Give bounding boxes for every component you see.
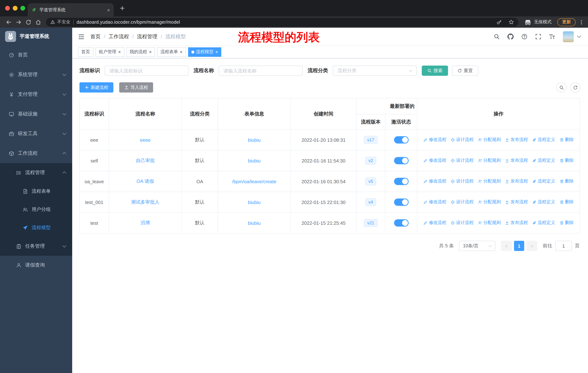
browser-menu-button[interactable] <box>578 19 584 25</box>
collapse-sidebar-button[interactable] <box>78 33 84 40</box>
active-toggle[interactable] <box>394 178 409 185</box>
create-process-button[interactable]: 新建流程 <box>79 82 113 92</box>
design-process-link[interactable]: 设计流程 <box>451 158 473 164</box>
process-definition-link[interactable]: 流程定义 <box>532 220 555 226</box>
next-page-button[interactable]: › <box>526 241 537 251</box>
view-tag[interactable]: 租户管理 × <box>95 47 124 57</box>
edit-process-link[interactable]: 修改流程 <box>423 199 446 205</box>
fullscreen-icon[interactable] <box>535 33 541 40</box>
forward-button[interactable] <box>13 17 23 27</box>
sidebar-item[interactable]: 系统管理 <box>0 65 72 84</box>
sidebar-item-process-management[interactable]: 流程管理 <box>0 163 72 182</box>
publish-process-link[interactable]: 发布流程 <box>505 199 528 205</box>
view-tag[interactable]: 流程表单 × <box>157 47 186 57</box>
bookmark-star-icon[interactable] <box>509 19 514 25</box>
breadcrumb-item[interactable]: 流程模型 <box>158 33 186 40</box>
process-name-link[interactable]: 滔博 <box>141 220 150 225</box>
publish-process-link[interactable]: 发布流程 <box>505 178 528 184</box>
sidebar-item[interactable]: 用户分组 <box>0 200 72 219</box>
active-toggle[interactable] <box>394 157 409 164</box>
back-button[interactable] <box>4 17 13 27</box>
zoom-window-button[interactable] <box>21 6 25 10</box>
github-icon[interactable] <box>507 33 514 40</box>
process-name-input[interactable] <box>219 66 303 76</box>
security-chip[interactable]: 不安全 <box>50 19 70 25</box>
reload-button[interactable] <box>23 17 33 27</box>
sidebar-item[interactable]: 首页 <box>0 45 72 65</box>
close-window-button[interactable] <box>5 6 10 10</box>
view-tag[interactable]: 流程模型 × <box>188 47 221 57</box>
edit-process-link[interactable]: 修改流程 <box>423 158 446 164</box>
tag-close-icon[interactable]: × <box>118 50 121 54</box>
edit-process-link[interactable]: 修改流程 <box>423 178 446 184</box>
header-search-icon[interactable] <box>494 33 500 40</box>
process-name-link[interactable]: 测试多审批人 <box>131 199 159 205</box>
sidebar-item[interactable]: 流程模型 <box>0 219 72 237</box>
page-number-1[interactable]: 1 <box>514 241 524 251</box>
form-info-link[interactable]: /bpm/oa/leave/create <box>232 179 276 184</box>
view-tag[interactable]: 首页 <box>78 47 93 57</box>
delete-link[interactable]: 删除 <box>559 178 574 184</box>
sidebar-item[interactable]: 研发工具 <box>0 124 72 143</box>
assign-rule-link[interactable]: 分配规则 <box>478 178 501 184</box>
refresh-table-button[interactable] <box>570 82 580 92</box>
publish-process-link[interactable]: 发布流程 <box>505 158 528 164</box>
url-text[interactable]: dashboard.yudao.iocoder.cn/bpm/manager/m… <box>77 20 490 25</box>
browser-tab[interactable]: 芋道管理系统 × <box>28 3 114 16</box>
category-select[interactable]: 流程分类 <box>333 66 417 76</box>
process-definition-link[interactable]: 流程定义 <box>532 199 555 205</box>
process-name-link[interactable]: eeee <box>140 137 151 143</box>
goto-page-input[interactable] <box>555 241 572 251</box>
assign-rule-link[interactable]: 分配规则 <box>478 220 501 226</box>
edit-process-link[interactable]: 修改流程 <box>423 220 446 226</box>
sidebar-item[interactable]: 工作流程 <box>0 143 72 163</box>
address-bar[interactable]: 不安全 dashboard.yudao.iocoder.cn/bpm/manag… <box>46 18 518 26</box>
process-definition-link[interactable]: 流程定义 <box>532 158 555 164</box>
new-tab-button[interactable] <box>120 5 125 11</box>
active-toggle[interactable] <box>394 136 409 143</box>
process-definition-link[interactable]: 流程定义 <box>532 137 555 143</box>
publish-process-link[interactable]: 发布流程 <box>505 220 528 226</box>
design-process-link[interactable]: 设计流程 <box>451 199 473 205</box>
design-process-link[interactable]: 设计流程 <box>451 220 473 226</box>
design-process-link[interactable]: 设计流程 <box>451 137 473 143</box>
design-process-link[interactable]: 设计流程 <box>451 178 473 184</box>
view-tag[interactable]: 我的流程 × <box>126 47 155 57</box>
show-search-button[interactable] <box>556 82 567 92</box>
assign-rule-link[interactable]: 分配规则 <box>478 199 501 205</box>
sidebar-item[interactable]: 基础设施 <box>0 104 72 124</box>
process-name-link[interactable]: 自己审批 <box>136 158 155 163</box>
minimize-window-button[interactable] <box>13 6 18 10</box>
edit-process-link[interactable]: 修改流程 <box>423 137 446 143</box>
delete-link[interactable]: 删除 <box>559 199 574 205</box>
tag-close-icon[interactable]: × <box>215 50 218 54</box>
user-avatar-menu[interactable] <box>563 31 582 42</box>
sidebar-item[interactable]: 支付管理 <box>0 84 72 104</box>
assign-rule-link[interactable]: 分配规则 <box>478 137 501 143</box>
update-button[interactable]: 更新 <box>557 18 576 26</box>
tag-close-icon[interactable]: × <box>149 50 152 54</box>
delete-link[interactable]: 删除 <box>559 220 574 226</box>
tag-close-icon[interactable]: × <box>180 50 182 54</box>
sidebar-item-leave-query[interactable]: 请假查询 <box>0 256 72 275</box>
delete-link[interactable]: 删除 <box>559 158 574 164</box>
breadcrumb-item[interactable]: 首页 <box>90 33 101 40</box>
form-info-link[interactable]: biubiu <box>248 137 261 143</box>
active-toggle[interactable] <box>394 199 409 206</box>
tab-close-icon[interactable]: × <box>107 7 110 13</box>
breadcrumb-item[interactable]: 工作流程 <box>101 33 129 40</box>
assign-rule-link[interactable]: 分配规则 <box>478 158 501 164</box>
breadcrumb-item[interactable]: 流程管理 <box>129 33 158 40</box>
home-button[interactable] <box>33 17 43 27</box>
sidebar-item-task-management[interactable]: 任务管理 <box>0 237 72 256</box>
form-info-link[interactable]: biubiu <box>248 220 261 226</box>
process-name-link[interactable]: OA 请假 <box>136 179 154 184</box>
import-process-button[interactable]: 导入流程 <box>119 82 153 92</box>
process-definition-link[interactable]: 流程定义 <box>532 178 555 184</box>
font-size-icon[interactable] <box>549 33 555 40</box>
delete-link[interactable]: 删除 <box>559 137 574 143</box>
form-info-link[interactable]: biubiu <box>248 158 261 163</box>
process-key-input[interactable] <box>105 66 189 76</box>
publish-process-link[interactable]: 发布流程 <box>505 137 528 143</box>
prev-page-button[interactable]: ‹ <box>501 241 512 251</box>
